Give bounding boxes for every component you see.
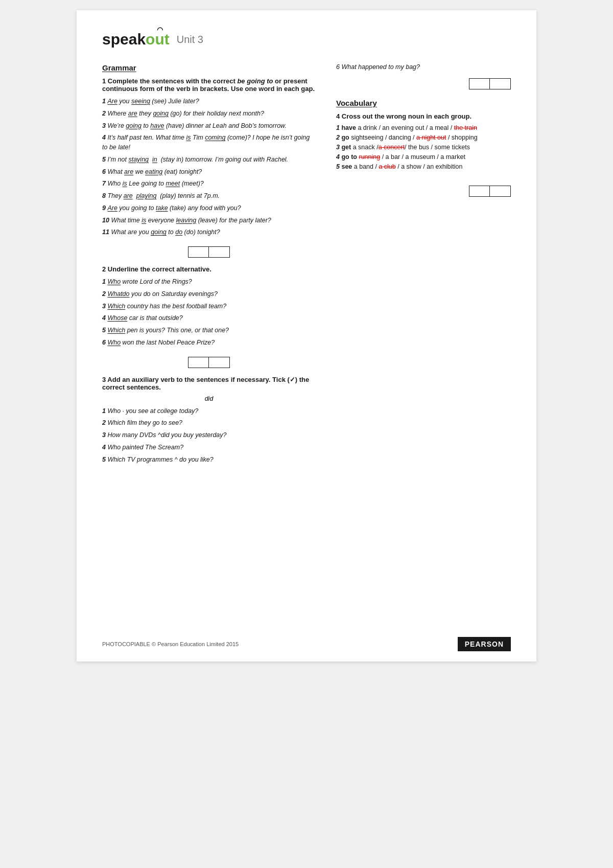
ex1-item-4: 4 It’s half past ten. What time is Tim c… [102,133,316,152]
exercise-1-header: 1 Complete the sentences with the correc… [102,77,316,93]
right-q6-text: 6 What happened to my bag? [336,63,511,71]
ex1-item-6: 6 What are we eating (eat) tonight? [102,167,316,177]
ex4-instruction: Cross out the wrong noun in each group. [342,112,471,120]
logo-o-hat: u◠ [155,31,164,48]
ex1-instruction: Complete the sentences with the correct … [102,77,315,93]
logo-speak: speak [102,31,146,48]
score-cell-4a [469,186,490,196]
grammar-title: Grammar [102,63,316,72]
footer-copyright: PHOTOCOPIABLE © Pearson Education Limite… [102,641,239,647]
logo: speakou◠t [102,31,170,48]
ex2-item-3: 3 Which country has the best football te… [102,302,316,311]
vocab-item-1: 1 have a drink / an evening out / a meal… [336,124,511,131]
footer: PHOTOCOPIABLE © Pearson Education Limite… [77,637,536,651]
ex3-note: did [102,395,316,402]
ex1-item-5: 5 I’m not staying in (stay in) tomorrow.… [102,155,316,165]
vocab-item-2: 2 go sightseeing / dancing / a night out… [336,134,511,141]
ex3-item-4: 4 Who painted The Scream? [102,443,316,452]
ex2-item-1: 1 Who wrote Lord of the Rings? [102,277,316,287]
exercise-3: 3 Add an auxiliary verb to the sentences… [102,376,316,465]
ex2-item-6: 6 Who won the last Nobel Peace Prize? [102,338,316,348]
ex1-item-3: 3 We’re going to have (have) dinner at L… [102,121,316,131]
ex1-item-1: 1 Are you seeing (see) Julie later? [102,97,316,106]
exercise-4-header: 4 Cross out the wrong noun in each group… [336,112,511,120]
pearson-badge: PEARSON [458,637,511,651]
score-cell-1a [188,247,209,257]
vocabulary-title: Vocabulary [336,99,511,107]
right-column: 6 What happened to my bag? Vocabulary 4 … [336,63,511,473]
vocab-item-3: 3 get a snack /a concert/ the bus / some… [336,144,511,151]
ex3-num: 3 [102,376,107,383]
ex2-item-5: 5 Which pen is yours? This one, or that … [102,326,316,335]
ex1-item-7: 7 Who is Lee going to meet (meet)? [102,179,316,189]
score-cell-4b [490,186,510,196]
ex1-item-11: 11 What are you going to do (do) tonight… [102,227,316,237]
ex3-item-5: 5 Which TV programmes ^ do you like? [102,455,316,465]
exercise-2: 2 Underline the correct alternative. 1 W… [102,265,316,348]
ex1-item-9: 9 Are you going to take (take) any food … [102,203,316,213]
ex4-num: 4 [336,112,342,120]
score-cell-1b [209,247,229,257]
ex1-item-8: 8 They are playing (play) tennis at 7p.m… [102,191,316,201]
left-column: Grammar 1 Complete the sentences with th… [102,63,316,473]
score-box-3-inner [469,78,511,89]
score-box-2 [102,357,316,368]
ex3-item-3: 3 How many DVDs ^did you buy yesterday? [102,430,316,440]
score-box-2-inner [188,357,230,368]
ex2-item-2: 2 Whatdo you do on Saturday evenings? [102,289,316,299]
ex2-num: 2 [102,265,108,273]
exercise-4: 4 Cross out the wrong noun in each group… [336,112,511,170]
score-cell-3a [469,79,490,89]
score-box-1 [102,246,316,258]
ex1-num: 1 [102,77,108,85]
score-cell-2a [188,357,209,368]
vocab-item-4: 4 go to running / a bar / a museum / a m… [336,153,511,161]
vocab-item-5: 5 see a band / a club / a show / an exhi… [336,163,511,170]
main-content: Grammar 1 Complete the sentences with th… [102,63,511,473]
ex1-item-2: 2 Where are they going (go) for their ho… [102,109,316,119]
score-box-4 [336,186,511,197]
page: speakou◠t Unit 3 Grammar 1 Complete the … [77,10,536,661]
logo-out: ou◠t [146,31,170,48]
header: speakou◠t Unit 3 [102,31,511,48]
score-box-4-inner [469,186,511,197]
score-box-3 [336,78,511,89]
score-box-1-inner [188,246,230,258]
ex3-instruction: Add an auxiliary verb to the sentences i… [102,376,309,391]
right-q6: 6 What happened to my bag? [336,63,511,89]
exercise-2-header: 2 Underline the correct alternative. [102,265,316,273]
ex3-item-2: 2 Which film they go to see? [102,418,316,428]
ex2-item-4: 4 Whose car is that outside? [102,313,316,323]
ex1-item-10: 10 What time is everyone leaving (leave)… [102,216,316,225]
exercise-1: 1 Complete the sentences with the correc… [102,77,316,237]
ex2-instruction: Underline the correct alternative. [108,265,211,273]
score-cell-3b [490,79,510,89]
exercise-3-header: 3 Add an auxiliary verb to the sentences… [102,376,316,391]
ex3-item-1: 1 Who · you see at college today? [102,406,316,416]
unit-label: Unit 3 [177,34,203,45]
score-cell-2b [209,357,229,368]
